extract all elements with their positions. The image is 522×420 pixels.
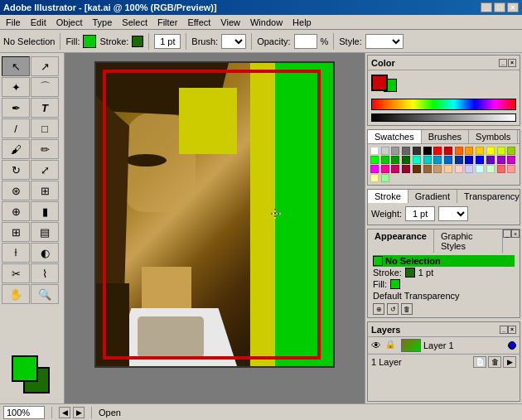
swatch-cell[interactable] (381, 165, 389, 173)
swatch-cell[interactable] (381, 147, 389, 155)
selection-tool[interactable]: ↖ (2, 56, 30, 76)
swatch-cell[interactable] (444, 156, 452, 164)
close-panel-btn[interactable]: × (508, 59, 516, 67)
fg-color-swatch[interactable] (371, 75, 388, 91)
menu-filter[interactable]: Filter (153, 17, 181, 28)
scale-tool[interactable]: ⤢ (31, 160, 59, 180)
gradient-tool[interactable]: ▤ (31, 222, 59, 242)
blend-tool[interactable]: ◐ (31, 243, 59, 263)
stroke-app-swatch[interactable] (405, 268, 415, 278)
swatch-cell[interactable] (476, 147, 484, 155)
swatch-cell[interactable] (391, 147, 399, 155)
layers-minimize-btn[interactable]: _ (500, 326, 508, 334)
tab-brushes[interactable]: Brushes (422, 130, 469, 143)
direct-selection-tool[interactable]: ↗ (31, 56, 59, 76)
pen-tool[interactable]: ✒ (2, 98, 30, 118)
maximize-button[interactable]: □ (494, 2, 505, 12)
app-icon-1[interactable]: ⊕ (373, 303, 384, 315)
stroke-weight-input[interactable] (154, 34, 181, 49)
swatch-cell[interactable] (486, 165, 495, 173)
tab-graphic-styles[interactable]: Graphic Styles (434, 229, 503, 253)
brush-dropdown[interactable] (221, 34, 246, 49)
layers-menu-btn[interactable]: ▶ (503, 356, 516, 368)
swatch-cell[interactable] (370, 156, 379, 164)
swatch-cell[interactable] (370, 165, 379, 173)
tab-symbols[interactable]: Symbols (469, 130, 518, 143)
fill-control[interactable] (83, 35, 96, 48)
layer-visibility-toggle[interactable]: 👁 (371, 340, 383, 351)
swatch-cell[interactable] (465, 147, 473, 155)
swatch-cell[interactable] (476, 156, 484, 164)
app-icon-2[interactable]: ↺ (387, 303, 399, 315)
eyedropper-tool[interactable]: ⫲ (2, 243, 30, 263)
tab-stroke[interactable]: Stroke (368, 190, 408, 203)
hand-tool[interactable]: ✋ (2, 284, 30, 304)
swatch-cell[interactable] (507, 147, 515, 155)
menu-select[interactable]: Select (118, 17, 152, 28)
swatch-cell[interactable] (433, 156, 442, 164)
grayscale-bar[interactable] (371, 113, 516, 122)
style-dropdown[interactable] (365, 34, 404, 49)
swatch-cell[interactable] (402, 147, 410, 155)
fill-app-swatch[interactable] (390, 279, 400, 289)
swatch-cell[interactable] (465, 156, 473, 164)
swatch-cell[interactable] (476, 165, 484, 173)
swatch-cell[interactable] (507, 156, 515, 164)
swatch-cell[interactable] (455, 156, 463, 164)
swatch-cell[interactable] (402, 165, 410, 173)
foreground-color[interactable] (12, 355, 38, 382)
appearance-close-btn[interactable]: × (511, 229, 520, 238)
warp-tool[interactable]: ⊛ (2, 181, 30, 200)
new-layer-btn[interactable]: 📄 (473, 356, 486, 368)
type-tool[interactable]: T (31, 98, 59, 118)
swatch-cell[interactable] (423, 165, 432, 173)
stroke-swatch[interactable] (132, 36, 143, 47)
zoom-tool[interactable]: 🔍 (31, 284, 59, 304)
rectangle-tool[interactable]: □ (31, 118, 59, 138)
layers-close-btn[interactable]: × (508, 326, 516, 334)
layer-target-dot[interactable] (508, 341, 516, 350)
tab-gradient[interactable]: Gradient (408, 190, 457, 203)
swatch-cell[interactable] (455, 147, 463, 155)
zoom-input[interactable]: 100% (3, 406, 45, 419)
swatch-cell[interactable] (370, 147, 379, 155)
column-graph-tool[interactable]: ▮ (31, 201, 59, 221)
free-transform-tool[interactable]: ⊞ (31, 181, 59, 200)
color-spectrum[interactable] (371, 99, 516, 110)
mesh-tool[interactable]: ⊞ (2, 222, 30, 242)
pencil-tool[interactable]: ✏ (31, 139, 59, 159)
minimize-button[interactable]: _ (481, 2, 492, 12)
swatch-cell[interactable] (486, 147, 495, 155)
appearance-minimize-btn[interactable]: _ (503, 229, 511, 238)
knife-tool[interactable]: ⌇ (31, 263, 59, 283)
swatch-cell[interactable] (444, 165, 452, 173)
menu-effect[interactable]: Effect (183, 17, 215, 28)
swatch-cell[interactable] (465, 165, 473, 173)
menu-window[interactable]: Window (246, 17, 287, 28)
swatch-cell[interactable] (391, 156, 399, 164)
swatch-cell[interactable] (497, 147, 505, 155)
swatch-cell[interactable] (381, 156, 389, 164)
menu-view[interactable]: View (216, 17, 244, 28)
swatch-cell[interactable] (402, 156, 410, 164)
layer-row-1[interactable]: 👁 🔒 Layer 1 (368, 337, 520, 354)
swatch-cell[interactable] (413, 165, 421, 173)
swatch-cell[interactable] (391, 165, 399, 173)
tab-swatches[interactable]: Swatches (368, 130, 422, 143)
swatch-cell[interactable] (433, 165, 442, 173)
swatch-cell[interactable] (423, 156, 432, 164)
fill-swatch[interactable] (83, 35, 96, 48)
opacity-input[interactable]: 100 (294, 34, 317, 49)
swatch-cell[interactable] (423, 147, 432, 155)
menu-type[interactable]: Type (89, 17, 117, 28)
swatch-cell[interactable] (486, 156, 495, 164)
color-panel-controls[interactable]: _ × (499, 59, 516, 67)
swatch-cell[interactable] (497, 156, 505, 164)
stroke-unit-dropdown[interactable] (438, 206, 468, 221)
delete-layer-btn[interactable]: 🗑 (488, 356, 501, 368)
lasso-tool[interactable]: ⌒ (31, 77, 59, 97)
swatch-cell[interactable] (444, 147, 452, 155)
menu-edit[interactable]: Edit (27, 17, 51, 28)
swatch-cell[interactable] (381, 174, 389, 182)
swatch-cell[interactable] (413, 156, 421, 164)
